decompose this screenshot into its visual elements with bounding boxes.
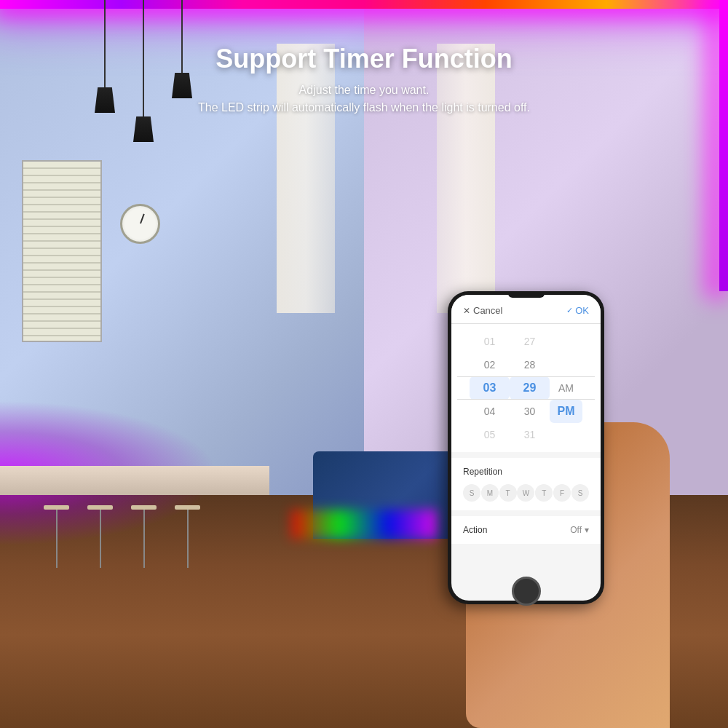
ampm-column[interactable]: AM PM <box>550 330 582 446</box>
ceiling-led-right <box>719 0 728 291</box>
pendant-light-1 <box>95 0 115 142</box>
cancel-button[interactable]: ✕ Cancel <box>463 305 502 316</box>
time-picker-row: 01 02 03 04 05 27 28 29 30 <box>457 330 595 446</box>
pm-option-selected[interactable]: PM <box>550 400 582 423</box>
curtain-left <box>277 44 335 313</box>
stool-leg-4 <box>187 510 189 568</box>
bar-stools <box>44 505 200 568</box>
chevron-down-icon: ▾ <box>585 525 589 535</box>
hour-01: 01 <box>470 330 510 353</box>
pendant-cord-1 <box>104 0 106 87</box>
minute-30: 30 <box>510 400 550 423</box>
phone-screen: ✕ Cancel ✓ OK 01 <box>451 295 601 601</box>
stool-leg-1 <box>56 510 58 568</box>
action-value-dropdown[interactable]: Off ▾ <box>570 525 589 535</box>
kitchen-counter <box>0 466 269 495</box>
action-label: Action <box>463 525 487 535</box>
minute-27: 27 <box>510 330 550 353</box>
day-sunday[interactable]: S <box>463 484 480 502</box>
phone-speaker <box>508 295 545 298</box>
stool-2 <box>87 505 113 568</box>
pendant-lights <box>95 0 192 142</box>
stool-1 <box>44 505 69 568</box>
picker-wrapper: 01 02 03 04 05 27 28 29 30 <box>451 330 601 446</box>
stool-4 <box>175 505 200 568</box>
day-saturday[interactable]: S <box>571 484 589 502</box>
minutes-column[interactable]: 27 28 29 30 31 <box>510 330 550 446</box>
app-header: ✕ Cancel ✓ OK <box>451 295 601 324</box>
pendant-shade-2 <box>133 116 154 142</box>
pendant-cord-3 <box>181 0 183 73</box>
pendant-light-2 <box>133 0 154 142</box>
am-option[interactable]: AM <box>550 376 582 400</box>
minute-31: 31 <box>510 423 550 446</box>
repetition-title: Repetition <box>463 467 589 477</box>
pendant-light-3 <box>172 0 192 142</box>
curtain-right <box>437 44 495 313</box>
phone-container: ✕ Cancel ✓ OK 01 <box>437 277 670 728</box>
minute-29-selected[interactable]: 29 <box>510 376 550 400</box>
time-picker[interactable]: 01 02 03 04 05 27 28 29 30 <box>451 324 601 452</box>
wall-clock <box>120 204 160 244</box>
day-thursday[interactable]: T <box>535 484 553 502</box>
hour-02: 02 <box>470 353 510 376</box>
day-tuesday[interactable]: T <box>499 484 517 502</box>
window-blinds <box>22 160 102 342</box>
pendant-cord-2 <box>143 0 144 116</box>
pendant-shade-1 <box>95 87 115 113</box>
rgb-floor-glow <box>291 510 437 539</box>
hour-03-selected[interactable]: 03 <box>470 376 510 400</box>
day-friday[interactable]: F <box>553 484 571 502</box>
minute-28: 28 <box>510 353 550 376</box>
hour-04: 04 <box>470 400 510 423</box>
cancel-label[interactable]: Cancel <box>473 305 502 316</box>
ok-button[interactable]: ✓ OK <box>566 305 589 316</box>
hours-column[interactable]: 01 02 03 04 05 <box>470 330 510 446</box>
phone-device: ✕ Cancel ✓ OK 01 <box>448 291 604 604</box>
ok-label[interactable]: OK <box>575 305 589 316</box>
day-monday[interactable]: M <box>481 484 499 502</box>
phone-home-button[interactable] <box>512 577 541 606</box>
day-wednesday[interactable]: W <box>517 484 534 502</box>
action-section[interactable]: Action Off ▾ <box>451 516 601 544</box>
stool-leg-3 <box>143 510 145 568</box>
action-current-value: Off <box>570 525 582 535</box>
app-ui: ✕ Cancel ✓ OK 01 <box>451 295 601 601</box>
days-row[interactable]: S M T W T F S <box>463 484 589 502</box>
ok-check-icon: ✓ <box>566 306 573 315</box>
pendant-shade-3 <box>172 73 192 98</box>
stool-leg-2 <box>100 510 101 568</box>
hour-05: 05 <box>470 423 510 446</box>
cancel-x-icon: ✕ <box>463 306 470 316</box>
repetition-section: Repetition S M T W T F S <box>451 458 601 510</box>
stool-3 <box>131 505 157 568</box>
